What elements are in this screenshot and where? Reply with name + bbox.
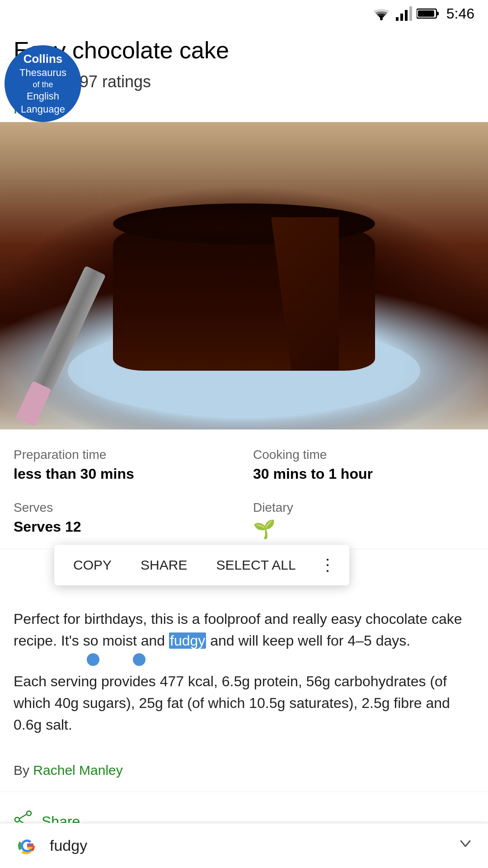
signal-icon bbox=[396, 6, 412, 21]
status-bar: 5:46 bbox=[0, 0, 488, 27]
cake-image bbox=[0, 122, 488, 429]
selection-handles bbox=[86, 653, 474, 666]
google-logo bbox=[14, 832, 41, 859]
collins-badge: Collins Thesaurus of the English Languag… bbox=[5, 45, 81, 122]
svg-point-8 bbox=[27, 811, 31, 816]
svg-rect-4 bbox=[409, 6, 412, 21]
dietary-icon: 🌱 bbox=[253, 519, 474, 540]
selection-handle-right bbox=[133, 653, 145, 666]
cook-label: Cooking time bbox=[253, 448, 474, 462]
cook-value: 30 mins to 1 hour bbox=[253, 466, 474, 482]
context-menu[interactable]: COPY SHARE SELECT ALL ⋮ bbox=[54, 545, 349, 585]
svg-rect-7 bbox=[418, 10, 434, 17]
prep-value: less than 30 mins bbox=[14, 466, 235, 482]
nutrition-text: Each serving provides 477 kcal, 6.5g pro… bbox=[14, 670, 474, 736]
author-label: By bbox=[14, 763, 33, 778]
copy-button[interactable]: COPY bbox=[59, 545, 126, 585]
cake-body bbox=[113, 217, 375, 371]
status-time: 5:46 bbox=[446, 5, 474, 22]
wifi-icon bbox=[371, 6, 391, 21]
prep-label: Preparation time bbox=[14, 448, 235, 462]
page-title: Easy chocolate cake bbox=[14, 36, 474, 64]
dietary: Dietary 🌱 bbox=[253, 500, 474, 540]
metadata-section: Preparation time less than 30 mins Cooki… bbox=[0, 429, 488, 549]
meta-grid: Preparation time less than 30 mins Cooki… bbox=[14, 448, 474, 540]
search-query[interactable]: fudgy bbox=[50, 837, 447, 854]
cook-time: Cooking time 30 mins to 1 hour bbox=[253, 448, 474, 482]
svg-point-0 bbox=[380, 18, 383, 20]
share-button[interactable]: SHARE bbox=[126, 545, 202, 585]
dietary-label: Dietary bbox=[253, 500, 474, 515]
selection-handle-left bbox=[87, 653, 99, 666]
collins-badge-text: Collins Thesaurus of the English Languag… bbox=[15, 47, 71, 121]
rating-row: ★ ★ ★ 297 ratings bbox=[14, 71, 474, 92]
search-collapse-icon[interactable] bbox=[456, 835, 474, 857]
svg-line-12 bbox=[19, 814, 27, 819]
svg-rect-1 bbox=[396, 17, 399, 21]
select-all-button[interactable]: SELECT ALL bbox=[202, 545, 310, 585]
highlighted-word: fudgy bbox=[169, 632, 206, 649]
description-section: Perfect for birthdays, this is a foolpro… bbox=[0, 594, 488, 758]
battery-icon bbox=[417, 7, 439, 20]
google-search-bar[interactable]: fudgy bbox=[0, 823, 488, 868]
svg-rect-2 bbox=[400, 14, 403, 21]
author-section: By Rachel Manley bbox=[0, 758, 488, 792]
cake-slice bbox=[271, 217, 339, 371]
serves-value: Serves 12 bbox=[14, 519, 235, 535]
svg-point-10 bbox=[15, 817, 19, 822]
svg-rect-3 bbox=[405, 10, 408, 21]
ratings-count: 297 ratings bbox=[70, 72, 151, 91]
serves-label: Serves bbox=[14, 500, 235, 515]
desc-text-after: and will keep well for 4–5 days. bbox=[206, 632, 410, 649]
description-para1: Perfect for birthdays, this is a foolpro… bbox=[14, 608, 474, 651]
serves: Serves Serves 12 bbox=[14, 500, 235, 540]
prep-time: Preparation time less than 30 mins bbox=[14, 448, 235, 482]
svg-rect-6 bbox=[436, 12, 439, 15]
author-name[interactable]: Rachel Manley bbox=[33, 763, 122, 778]
more-options-button[interactable]: ⋮ bbox=[310, 545, 345, 585]
status-icons bbox=[371, 6, 439, 21]
